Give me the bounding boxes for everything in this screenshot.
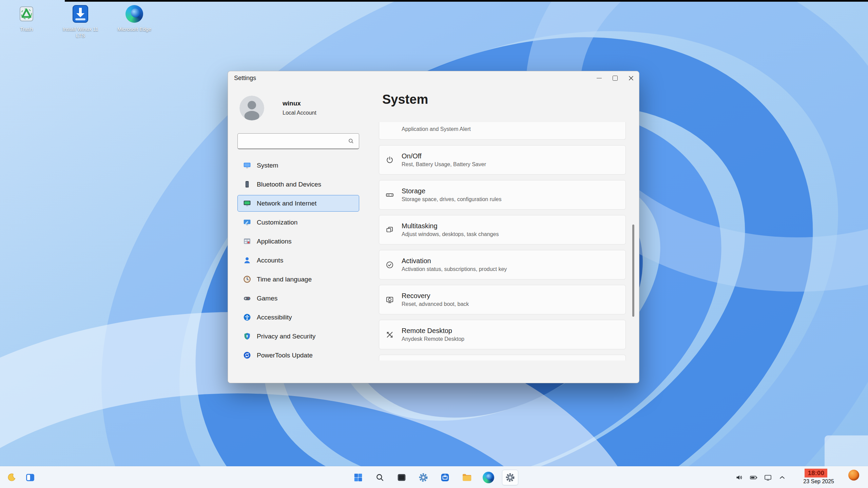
taskbar-center <box>350 467 518 488</box>
settings-search <box>237 133 359 149</box>
power-icon <box>385 156 394 164</box>
powertools-update-icon <box>243 351 251 359</box>
content-scrollbar-thumb[interactable] <box>632 225 634 317</box>
taskbar-search-button[interactable] <box>372 470 388 485</box>
card-subtitle: Adjust windows, desktops, task changes <box>402 231 499 237</box>
card-title: Remote Desktop <box>402 327 464 335</box>
card-subtitle: Rest, Battery Usage, Battery Saver <box>402 161 486 168</box>
desktop: Trash Install Winux 11 LTS Microsoft Edg… <box>0 0 868 488</box>
installer-icon <box>71 4 90 24</box>
moon-weather-icon[interactable] <box>7 473 16 482</box>
taskbar-app-settings-active[interactable] <box>502 470 518 485</box>
sidebar-item-network-internet[interactable]: Network and Internet <box>237 195 359 212</box>
minimize-button[interactable] <box>591 71 607 85</box>
sidebar-item-label: Games <box>257 295 277 302</box>
edge-icon <box>124 4 144 24</box>
gear-icon <box>505 472 516 483</box>
card-remote-desktop[interactable]: Remote Desktop Anydesk Remote Desktop <box>379 320 626 349</box>
taskbar-app-settings-pinned[interactable] <box>415 470 431 485</box>
taskbar-app-software-center[interactable] <box>437 470 453 485</box>
desktop-icon-label: Install Winux 11 LTS <box>60 26 101 39</box>
sidebar-item-label: Accounts <box>257 257 283 264</box>
activation-icon <box>385 260 394 269</box>
desktop-icon-install-winux[interactable]: Install Winux 11 LTS <box>60 4 101 39</box>
search-icon <box>348 138 354 144</box>
desktop-icons: Trash Install Winux 11 LTS Microsoft Edg… <box>6 4 155 39</box>
sidebar-item-label: PowerTools Update <box>257 352 313 359</box>
privacy-security-icon <box>243 332 251 340</box>
user-name: winux <box>283 100 316 107</box>
desktop-icon-label: Microsoft Edge <box>117 26 151 33</box>
user-meta: winux Local Account <box>283 100 316 116</box>
recovery-icon <box>385 295 394 304</box>
multitasking-icon <box>385 226 394 234</box>
sidebar-item-powertools-update[interactable]: PowerTools Update <box>237 347 359 364</box>
card-multitasking[interactable]: Multitasking Adjust windows, desktops, t… <box>379 215 626 245</box>
user-account-type: Local Account <box>283 110 316 116</box>
card-recovery[interactable]: Recovery Reset, advanced boot, back <box>379 285 626 314</box>
settings-cards: Application and System Alert On/Off Rest… <box>379 122 626 360</box>
sidebar-item-bluetooth-devices[interactable]: Bluetooth and Devices <box>237 176 359 193</box>
taskbar-app-files[interactable] <box>459 470 475 485</box>
sidebar-item-system[interactable]: System <box>237 157 359 174</box>
windows-logo-icon <box>353 472 363 483</box>
chevron-up-icon[interactable] <box>778 473 786 482</box>
sidebar-item-time-language[interactable]: Time and language <box>237 271 359 288</box>
battery-icon[interactable] <box>750 473 758 482</box>
card-notifications-partial[interactable]: Application and System Alert <box>379 122 626 140</box>
card-next-partial[interactable] <box>379 355 626 360</box>
sidebar-item-applications[interactable]: Applications <box>237 233 359 250</box>
card-storage[interactable]: Storage Storage space, drives, configura… <box>379 180 626 210</box>
corner-flyout-panel <box>825 435 868 467</box>
system-tray <box>735 467 786 488</box>
notification-mascot-icon[interactable] <box>848 470 859 481</box>
gear-icon <box>418 472 429 483</box>
settings-window: Settings winux Local Account <box>228 71 639 383</box>
minimize-icon <box>597 78 602 78</box>
taskbar-clock[interactable]: 18:00 23 Sep 2025 <box>803 469 834 485</box>
software-center-icon <box>440 472 450 483</box>
sidebar-item-accessibility[interactable]: Accessibility <box>237 309 359 326</box>
card-title: On/Off <box>402 152 486 160</box>
widgets-board-icon[interactable] <box>25 472 35 483</box>
taskbar-app-terminal[interactable] <box>393 470 410 485</box>
clock-time: 18:00 <box>805 469 827 477</box>
card-on-off[interactable]: On/Off Rest, Battery Usage, Battery Save… <box>379 145 626 175</box>
sidebar-item-games[interactable]: Games <box>237 290 359 307</box>
clock-date: 23 Sep 2025 <box>803 479 834 485</box>
card-subtitle: Application and System Alert <box>402 126 619 132</box>
network-display-icon[interactable] <box>764 473 772 482</box>
card-subtitle: Activation status, subscriptions, produc… <box>402 266 507 272</box>
desktop-icon-trash[interactable]: Trash <box>6 4 47 39</box>
bluetooth-devices-icon <box>243 180 251 189</box>
sidebar-item-label: Accessibility <box>257 314 292 321</box>
taskbar-app-edge[interactable] <box>480 470 497 485</box>
maximize-button[interactable] <box>607 71 623 85</box>
sidebar-item-label: Network and Internet <box>257 200 316 207</box>
system-icon <box>243 161 251 170</box>
start-button[interactable] <box>350 470 366 485</box>
time-language-icon <box>243 275 251 284</box>
card-activation[interactable]: Activation Activation status, subscripti… <box>379 250 626 279</box>
edge-icon <box>483 472 494 483</box>
card-subtitle: Anydesk Remote Desktop <box>402 336 464 342</box>
maximize-icon <box>613 76 618 81</box>
desktop-icon-label: Trash <box>20 26 33 33</box>
settings-search-input[interactable] <box>238 134 348 149</box>
search-icon <box>375 473 385 482</box>
volume-icon[interactable] <box>735 473 744 482</box>
taskbar-left-widgets <box>7 467 35 488</box>
desktop-icon-edge[interactable]: Microsoft Edge <box>114 4 155 39</box>
window-titlebar[interactable]: Settings <box>228 71 639 85</box>
sidebar-item-accounts[interactable]: Accounts <box>237 252 359 269</box>
window-title: Settings <box>234 75 256 82</box>
applications-icon <box>243 237 251 246</box>
folder-icon <box>461 472 472 483</box>
close-button[interactable] <box>623 71 639 85</box>
sidebar-item-customization[interactable]: Customization <box>237 214 359 231</box>
storage-icon <box>385 191 394 199</box>
settings-sidebar: System Bluetooth and Devices Network and… <box>237 157 359 366</box>
sidebar-item-label: Privacy and Security <box>257 333 315 340</box>
terminal-window-icon <box>397 472 407 483</box>
sidebar-item-privacy-security[interactable]: Privacy and Security <box>237 328 359 345</box>
